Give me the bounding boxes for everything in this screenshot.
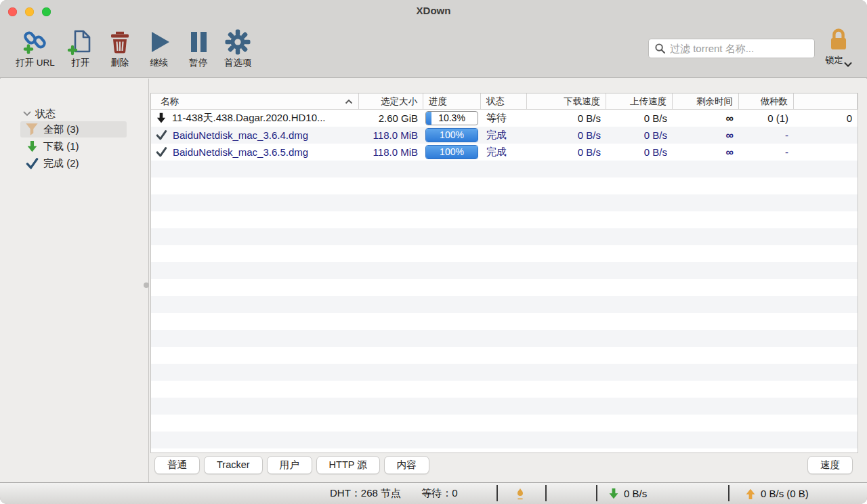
trash-icon — [106, 28, 133, 56]
upload-speed: 0 B/s — [606, 144, 673, 161]
tab-peers[interactable]: 用户 — [267, 456, 312, 474]
sidebar-item-label: 完成 (2) — [43, 157, 79, 170]
sidebar-item-completed[interactable]: 完成 (2) — [20, 155, 127, 171]
seeds: - — [739, 144, 794, 161]
tab-http-source[interactable]: HTTP 源 — [316, 456, 380, 474]
splitter-handle[interactable] — [144, 282, 149, 288]
extra-value: 0 — [794, 110, 858, 127]
detail-tabstrip: 普通 Tracker 用户 HTTP 源 内容 速度 — [0, 456, 867, 474]
eta: ∞ — [673, 110, 739, 127]
dht-nodes: DHT：268 节点 — [330, 487, 401, 499]
table-header: 名称 选定大小 进度 状态 下载速度 上传速度 剩余时间 做种数 — [151, 93, 858, 110]
preferences-label: 首选项 — [224, 57, 252, 69]
download-table: 名称 选定大小 进度 状态 下载速度 上传速度 剩余时间 做种数 — [150, 93, 858, 453]
sidebar-group-status[interactable]: 状态 — [23, 106, 56, 121]
sidebar-item-label: 全部 (3) — [43, 123, 79, 136]
progress-label: 100% — [426, 129, 478, 142]
sidebar-group-label: 状态 — [35, 108, 56, 121]
download-speed: 0 B/s — [527, 110, 606, 127]
resume-button[interactable]: 继续 — [140, 20, 179, 69]
column-header-seeds[interactable]: 做种数 — [739, 93, 794, 109]
column-header-dl-speed[interactable]: 下载速度 — [527, 93, 606, 109]
lock-button[interactable]: 锁定 — [820, 28, 858, 66]
upload-speed: 0 B/s — [606, 110, 673, 127]
resume-label: 继续 — [150, 57, 168, 69]
progress-bar: 100% — [425, 145, 478, 159]
extra-value — [794, 127, 858, 144]
delete-label: 删除 — [110, 57, 129, 69]
download-speed: 0 B/s — [527, 144, 606, 161]
tab-content[interactable]: 内容 — [384, 456, 429, 474]
open-file-button[interactable]: 打开 — [61, 20, 100, 69]
download-arrow-icon — [608, 488, 619, 500]
status-text: 等待 — [481, 110, 527, 127]
completed-icon — [156, 147, 167, 157]
column-header-eta[interactable]: 剩余时间 — [673, 93, 739, 109]
content-area: 状态 全部 (3) 下载 (1) — [0, 79, 867, 482]
statusbar-divider — [496, 485, 498, 501]
gear-icon — [224, 28, 251, 56]
progress-bar: 100% — [425, 128, 478, 142]
chevron-down-icon — [23, 111, 31, 117]
eta: ∞ — [673, 127, 739, 144]
column-header-status[interactable]: 状态 — [481, 93, 527, 109]
selected-size: 118.0 MiB — [359, 144, 423, 161]
statusbar-divider — [545, 485, 547, 501]
flame-icon[interactable] — [515, 486, 526, 500]
tab-tracker[interactable]: Tracker — [204, 456, 263, 474]
upload-speed: 0 B/s — [606, 127, 673, 144]
sidebar-item-downloading[interactable]: 下载 (1) — [20, 138, 127, 154]
toolbar-buttons: 打开 URL 打开 — [9, 20, 257, 69]
statusbar-divider — [596, 485, 597, 501]
statusbar-divider — [728, 485, 729, 501]
pause-icon — [185, 28, 212, 56]
sidebar: 状态 全部 (3) 下载 (1) — [0, 79, 149, 482]
file-add-icon — [67, 28, 94, 56]
column-header-name[interactable]: 名称 — [151, 93, 359, 109]
upload-arrow-icon — [745, 488, 756, 500]
column-header-progress[interactable]: 进度 — [423, 93, 481, 109]
completed-icon — [156, 130, 167, 140]
search-input[interactable] — [670, 43, 809, 54]
table-row[interactable]: BaiduNetdisk_mac_3.6.5.dmg 118.0 MiB 100… — [151, 144, 858, 161]
pause-button[interactable]: 暂停 — [179, 20, 218, 69]
play-icon — [146, 28, 173, 56]
download-arrow-icon — [24, 140, 39, 153]
delete-button[interactable]: 删除 — [100, 20, 140, 69]
status-text: 完成 — [481, 144, 527, 161]
column-header-size[interactable]: 选定大小 — [359, 93, 423, 109]
lock-icon — [828, 28, 849, 52]
link-add-icon — [22, 28, 49, 56]
selected-size: 118.0 MiB — [359, 127, 423, 144]
table-row[interactable]: 11-438天.438.Dagar.2020.HD10... 2.60 GiB … — [151, 110, 858, 127]
table-row[interactable]: BaiduNetdisk_mac_3.6.4.dmg 118.0 MiB 100… — [151, 127, 858, 144]
speed-button[interactable]: 速度 — [807, 456, 853, 474]
sidebar-item-label: 下载 (1) — [43, 140, 79, 153]
search-box[interactable] — [648, 39, 815, 58]
sidebar-item-all[interactable]: 全部 (3) — [20, 121, 127, 138]
sort-ascending-icon — [345, 99, 353, 104]
download-speed: 0 B/s — [527, 127, 606, 144]
tab-general[interactable]: 普通 — [154, 456, 200, 474]
progress-label: 100% — [426, 146, 478, 159]
extra-value — [794, 144, 858, 161]
column-header-ul-speed[interactable]: 上传速度 — [606, 93, 673, 109]
chevron-down-icon — [844, 62, 852, 68]
lock-label: 锁定 — [826, 54, 843, 66]
column-header-extra[interactable] — [794, 93, 858, 109]
eta: ∞ — [673, 144, 739, 161]
progress-bar: 10.3% — [425, 111, 478, 125]
toolbar: 打开 URL 打开 — [0, 20, 867, 78]
search-icon — [654, 43, 666, 54]
seeds: - — [739, 127, 794, 144]
table-body: 11-438天.438.Dagar.2020.HD10... 2.60 GiB … — [151, 110, 858, 453]
status-text: 完成 — [481, 127, 527, 144]
total-download-speed: 0 B/s — [624, 486, 647, 501]
open-url-button[interactable]: 打开 URL — [9, 20, 61, 69]
torrent-name: BaiduNetdisk_mac_3.6.5.dmg — [173, 146, 308, 158]
preferences-button[interactable]: 首选项 — [218, 20, 258, 69]
downloading-icon — [156, 112, 167, 124]
torrent-name: BaiduNetdisk_mac_3.6.4.dmg — [173, 129, 308, 141]
total-upload-speed: 0 B/s (0 B) — [761, 486, 809, 501]
status-bar: DHT：268 节点 等待：0 0 B/s 0 B/s (0 B — [0, 482, 867, 504]
